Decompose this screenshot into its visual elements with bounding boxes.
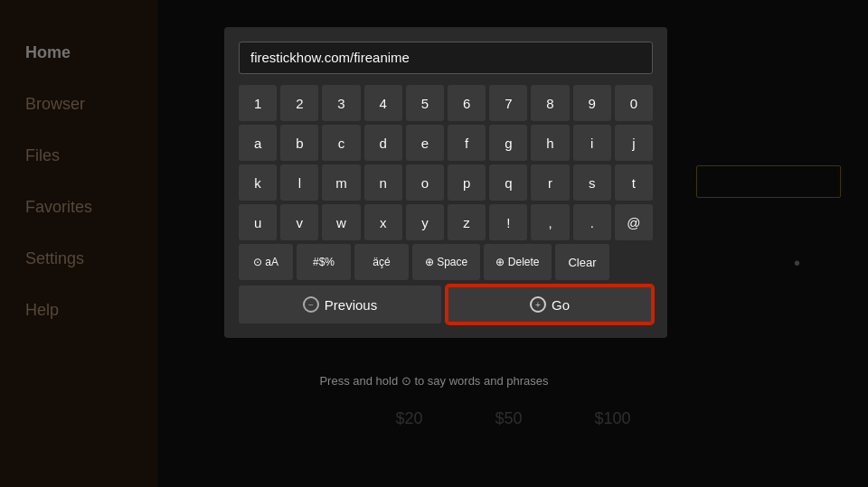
key-x[interactable]: x bbox=[364, 204, 402, 240]
key-q[interactable]: q bbox=[489, 164, 527, 201]
alpha-row-2: k l m n o p q r s t bbox=[239, 164, 653, 201]
key-clear[interactable]: Clear bbox=[555, 244, 609, 280]
press-hold-text: Press and hold ⊙ to say words and phrase… bbox=[319, 374, 548, 388]
key-at[interactable]: @ bbox=[615, 204, 653, 240]
previous-icon: − bbox=[303, 296, 319, 313]
action-row: − Previous + Go bbox=[239, 286, 653, 323]
key-2[interactable]: 2 bbox=[280, 85, 318, 121]
key-o[interactable]: o bbox=[406, 164, 444, 201]
key-g[interactable]: g bbox=[489, 125, 527, 161]
go-icon: + bbox=[530, 296, 546, 313]
key-6[interactable]: 6 bbox=[448, 85, 486, 121]
key-comma[interactable]: , bbox=[531, 204, 569, 240]
url-input-area[interactable]: firestickhow.com/fireanime bbox=[239, 42, 653, 74]
go-label: Go bbox=[552, 297, 570, 313]
key-j[interactable]: j bbox=[615, 125, 653, 161]
key-l[interactable]: l bbox=[280, 164, 318, 201]
key-i[interactable]: i bbox=[573, 125, 611, 161]
key-3[interactable]: 3 bbox=[322, 85, 360, 121]
key-delete[interactable]: ⊕ Delete bbox=[484, 244, 552, 280]
key-c[interactable]: c bbox=[322, 125, 360, 161]
key-u[interactable]: u bbox=[239, 204, 277, 240]
special-row: ⊙ aA #$% äçé ⊕ Space ⊕ Delete Clear bbox=[239, 244, 653, 280]
alpha-row-3: u v w x y z ! , . @ bbox=[239, 204, 653, 240]
number-row: 1 2 3 4 5 6 7 8 9 0 bbox=[239, 85, 653, 121]
key-h[interactable]: h bbox=[531, 125, 569, 161]
keyboard-dialog: firestickhow.com/fireanime 1 2 3 4 5 6 7… bbox=[224, 27, 667, 338]
key-n[interactable]: n bbox=[364, 164, 402, 201]
keyboard: 1 2 3 4 5 6 7 8 9 0 a b c d e f g h i j … bbox=[239, 85, 653, 280]
key-e[interactable]: e bbox=[406, 125, 444, 161]
key-symbols[interactable]: #$% bbox=[297, 244, 351, 280]
key-f[interactable]: f bbox=[448, 125, 486, 161]
key-s[interactable]: s bbox=[573, 164, 611, 201]
key-v[interactable]: v bbox=[280, 204, 318, 240]
alpha-row-1: a b c d e f g h i j bbox=[239, 125, 653, 161]
key-b[interactable]: b bbox=[280, 125, 318, 161]
key-p[interactable]: p bbox=[448, 164, 486, 201]
key-exclamation[interactable]: ! bbox=[489, 204, 527, 240]
key-r[interactable]: r bbox=[531, 164, 569, 201]
key-accents[interactable]: äçé bbox=[354, 244, 409, 280]
key-7[interactable]: 7 bbox=[489, 85, 527, 121]
previous-button[interactable]: − Previous bbox=[239, 286, 441, 323]
key-a[interactable]: a bbox=[239, 125, 277, 161]
key-z[interactable]: z bbox=[448, 204, 486, 240]
key-k[interactable]: k bbox=[239, 164, 277, 201]
key-y[interactable]: y bbox=[406, 204, 444, 240]
key-1[interactable]: 1 bbox=[239, 85, 277, 121]
key-0[interactable]: 0 bbox=[615, 85, 653, 121]
key-m[interactable]: m bbox=[322, 164, 360, 201]
previous-label: Previous bbox=[325, 297, 377, 313]
go-button[interactable]: + Go bbox=[447, 286, 653, 323]
url-display: firestickhow.com/fireanime bbox=[250, 50, 410, 65]
key-5[interactable]: 5 bbox=[406, 85, 444, 121]
key-space[interactable]: ⊕ Space bbox=[412, 244, 480, 280]
key-4[interactable]: 4 bbox=[364, 85, 402, 121]
key-d[interactable]: d bbox=[364, 125, 402, 161]
key-w[interactable]: w bbox=[322, 204, 360, 240]
key-caps[interactable]: ⊙ aA bbox=[239, 244, 293, 280]
key-9[interactable]: 9 bbox=[573, 85, 611, 121]
key-t[interactable]: t bbox=[615, 164, 653, 201]
key-period[interactable]: . bbox=[573, 204, 611, 240]
key-8[interactable]: 8 bbox=[531, 85, 569, 121]
